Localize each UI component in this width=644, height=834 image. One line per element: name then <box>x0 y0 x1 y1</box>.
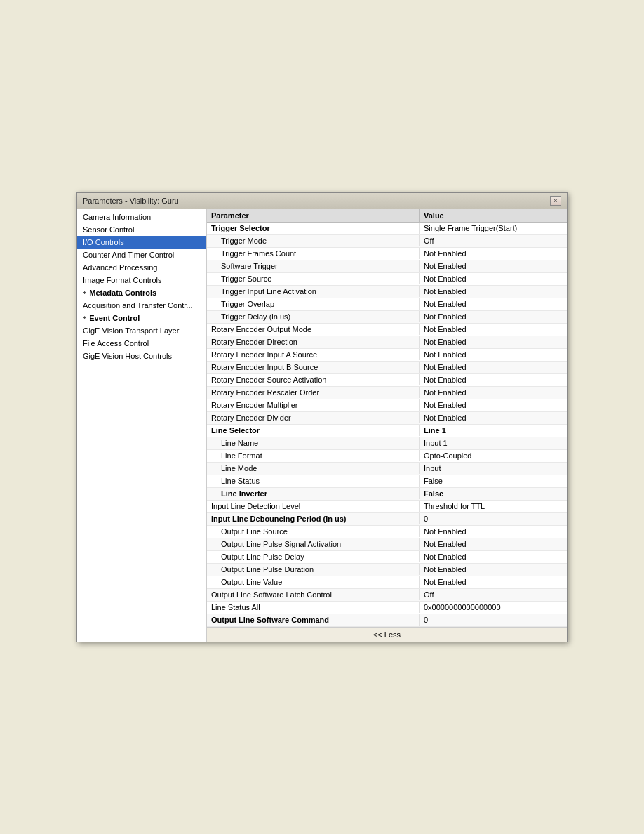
sidebar-item-file-access[interactable]: File Access Control <box>77 337 206 350</box>
cell-param: Output Line Source <box>207 526 420 537</box>
sidebar-item-counter-timer[interactable]: Counter And Timer Control <box>77 249 206 261</box>
cell-value: Not Enabled <box>420 564 567 575</box>
window-title: Parameters - Visibility: Guru <box>83 197 179 205</box>
sidebar-item-metadata[interactable]: +Metadata Controls <box>77 286 206 299</box>
table-row[interactable]: Line InverterFalse <box>207 488 567 501</box>
cell-param: Output Line Pulse Duration <box>207 564 420 575</box>
sidebar-label-file-access: File Access Control <box>83 339 149 348</box>
sidebar-label-camera-info: Camera Information <box>83 213 151 221</box>
table-row[interactable]: Output Line Software Latch ControlOff <box>207 589 567 602</box>
table-row[interactable]: Trigger SelectorSingle Frame Trigger(Sta… <box>207 223 567 235</box>
cell-param: Trigger Overlap <box>207 298 420 310</box>
cell-value: 0x0000000000000000 <box>420 602 567 613</box>
table-row[interactable]: Trigger SourceNot Enabled <box>207 273 567 286</box>
sidebar-item-event-control[interactable]: +Event Control <box>77 312 206 324</box>
sidebar-item-image-format[interactable]: Image Format Controls <box>77 274 206 286</box>
sidebar-item-gige-transport[interactable]: GigE Vision Transport Layer <box>77 324 206 337</box>
sidebar-label-io-controls: I/O Controls <box>83 238 124 246</box>
table-row[interactable]: Rotary Encoder DirectionNot Enabled <box>207 336 567 349</box>
sidebar-item-advanced-processing[interactable]: Advanced Processing <box>77 261 206 274</box>
sidebar-label-advanced-processing: Advanced Processing <box>83 263 157 272</box>
table-row[interactable]: Trigger Delay (in us)Not Enabled <box>207 311 567 324</box>
cell-value: Not Enabled <box>420 311 567 322</box>
table-row[interactable]: Rotary Encoder Rescaler OrderNot Enabled <box>207 387 567 399</box>
cell-value: Line 1 <box>420 425 567 436</box>
sidebar: Camera InformationSensor ControlI/O Cont… <box>77 209 207 642</box>
table-row[interactable]: Trigger ModeOff <box>207 235 567 248</box>
cell-param: Rotary Encoder Rescaler Order <box>207 387 420 398</box>
sidebar-item-camera-info[interactable]: Camera Information <box>77 211 206 223</box>
cell-value: False <box>420 488 567 499</box>
less-button[interactable]: << Less <box>207 627 567 642</box>
cell-param: Rotary Encoder Source Activation <box>207 374 420 385</box>
cell-param: Trigger Mode <box>207 235 420 246</box>
cell-value: Not Enabled <box>420 576 567 588</box>
cell-param: Trigger Source <box>207 273 420 284</box>
table-row[interactable]: Output Line Pulse DelayNot Enabled <box>207 551 567 564</box>
table-row[interactable]: Line Status All0x0000000000000000 <box>207 602 567 614</box>
cell-param: Rotary Encoder Input A Source <box>207 349 420 360</box>
table-row[interactable]: Line SelectorLine 1 <box>207 425 567 437</box>
sidebar-item-sensor-control[interactable]: Sensor Control <box>77 223 206 236</box>
cell-value: Not Enabled <box>420 273 567 284</box>
table-row[interactable]: Rotary Encoder Input A SourceNot Enabled <box>207 349 567 362</box>
cell-value: Not Enabled <box>420 362 567 373</box>
table-row[interactable]: Output Line Pulse DurationNot Enabled <box>207 564 567 576</box>
table-row[interactable]: Line NameInput 1 <box>207 437 567 450</box>
cell-value: 0 <box>420 513 567 524</box>
cell-param: Rotary Encoder Input B Source <box>207 362 420 373</box>
table-row[interactable]: Trigger Input Line ActivationNot Enabled <box>207 286 567 298</box>
cell-param: Rotary Encoder Direction <box>207 336 420 348</box>
table-row[interactable]: Rotary Encoder Output ModeNot Enabled <box>207 324 567 336</box>
cell-value: Threshold for TTL <box>420 501 567 512</box>
title-bar: Parameters - Visibility: Guru × <box>77 193 567 209</box>
table-row[interactable]: Output Line Pulse Signal ActivationNot E… <box>207 538 567 551</box>
cell-param: Trigger Delay (in us) <box>207 311 420 322</box>
table-row[interactable]: Output Line SourceNot Enabled <box>207 526 567 538</box>
table-row[interactable]: Trigger OverlapNot Enabled <box>207 298 567 311</box>
cell-value: Not Enabled <box>420 526 567 537</box>
cell-value: Not Enabled <box>420 538 567 550</box>
cell-param: Output Line Value <box>207 576 420 588</box>
table-row[interactable]: Input Line Debouncing Period (in us)0 <box>207 513 567 526</box>
cell-value: Input <box>420 463 567 474</box>
cell-value: Not Enabled <box>420 551 567 562</box>
cell-param: Line Selector <box>207 425 420 436</box>
table-row[interactable]: Line ModeInput <box>207 463 567 475</box>
cell-param: Line Format <box>207 450 420 461</box>
cell-param: Input Line Detection Level <box>207 501 420 512</box>
table-row[interactable]: Input Line Detection LevelThreshold for … <box>207 501 567 513</box>
cell-value: Opto-Coupled <box>420 450 567 461</box>
cell-value: False <box>420 475 567 486</box>
cell-param: Trigger Frames Count <box>207 248 420 259</box>
cell-param: Line Inverter <box>207 488 420 499</box>
cell-value: Not Enabled <box>420 248 567 259</box>
table-row[interactable]: Software TriggerNot Enabled <box>207 260 567 273</box>
table-row[interactable]: Output Line ValueNot Enabled <box>207 576 567 589</box>
table-row[interactable]: Line StatusFalse <box>207 475 567 488</box>
table-row[interactable]: Rotary Encoder MultiplierNot Enabled <box>207 399 567 412</box>
table-row[interactable]: Rotary Encoder Input B SourceNot Enabled <box>207 362 567 374</box>
table-row[interactable]: Trigger Frames CountNot Enabled <box>207 248 567 260</box>
sidebar-item-gige-host[interactable]: GigE Vision Host Controls <box>77 350 206 362</box>
table-row[interactable]: Rotary Encoder Source ActivationNot Enab… <box>207 374 567 387</box>
cell-param: Output Line Software Latch Control <box>207 589 420 600</box>
cell-value: 0 <box>420 614 567 626</box>
table-row[interactable]: Rotary Encoder DividerNot Enabled <box>207 412 567 425</box>
close-button[interactable]: × <box>550 196 561 206</box>
cell-param: Rotary Encoder Output Mode <box>207 324 420 335</box>
cell-value: Not Enabled <box>420 399 567 411</box>
cell-value: Not Enabled <box>420 387 567 398</box>
sidebar-item-acquisition[interactable]: Acquisition and Transfer Contr... <box>77 299 206 312</box>
sidebar-label-metadata: Metadata Controls <box>89 289 156 297</box>
cell-param: Trigger Input Line Activation <box>207 286 420 297</box>
expand-icon-event-control: + <box>83 315 86 322</box>
table-row[interactable]: Output Line Software Command0 <box>207 614 567 627</box>
cell-param: Software Trigger <box>207 260 420 272</box>
header-value: Value <box>420 209 567 222</box>
sidebar-item-io-controls[interactable]: I/O Controls <box>77 236 206 249</box>
cell-param: Input Line Debouncing Period (in us) <box>207 513 420 524</box>
table-row[interactable]: Line FormatOpto-Coupled <box>207 450 567 463</box>
cell-value: Off <box>420 235 567 246</box>
content-area: Camera InformationSensor ControlI/O Cont… <box>77 209 567 642</box>
